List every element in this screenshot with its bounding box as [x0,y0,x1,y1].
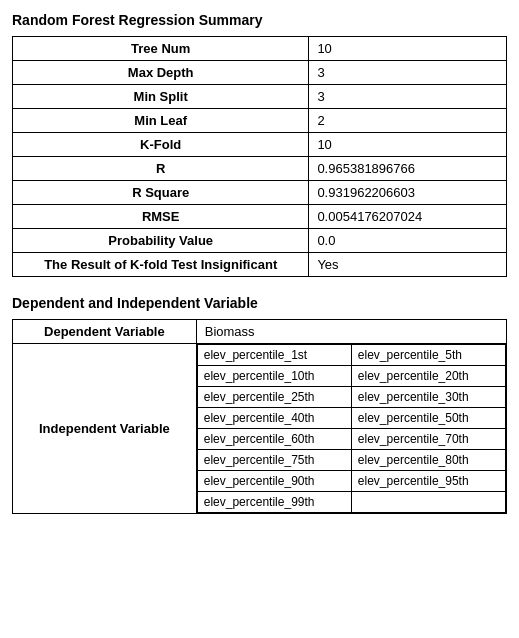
summary-row: Probability Value 0.0 [13,229,507,253]
summary-row-value: 2 [309,109,507,133]
summary-row-value: 0.965381896766 [309,157,507,181]
independent-vars-table: elev_percentile_1stelev_percentile_5thel… [197,344,506,513]
summary-row-label: R Square [13,181,309,205]
summary-row-value: 10 [309,37,507,61]
summary-row-label: Min Leaf [13,109,309,133]
summary-row-label: RMSE [13,205,309,229]
summary-row-label: The Result of K-fold Test Insignificant [13,253,309,277]
indep-var-row: elev_percentile_1stelev_percentile_5th [197,345,505,366]
indep-var-cell: elev_percentile_30th [351,387,505,408]
indep-var-cell: elev_percentile_25th [197,387,351,408]
dependent-row: Dependent Variable Biomass [13,320,507,344]
indep-var-row: elev_percentile_90thelev_percentile_95th [197,471,505,492]
summary-row-value: Yes [309,253,507,277]
summary-row: Min Leaf 2 [13,109,507,133]
indep-var-cell: elev_percentile_99th [197,492,351,513]
indep-var-cell: elev_percentile_75th [197,450,351,471]
indep-var-cell: elev_percentile_80th [351,450,505,471]
independent-row: Independent Variableelev_percentile_1ste… [13,344,507,514]
summary-table: Tree Num 10 Max Depth 3 Min Split 3 Min … [12,36,507,277]
summary-row-value: 3 [309,85,507,109]
indep-var-cell: elev_percentile_10th [197,366,351,387]
summary-row-label: Min Split [13,85,309,109]
indep-var-row: elev_percentile_40thelev_percentile_50th [197,408,505,429]
summary-row-label: Max Depth [13,61,309,85]
variables-title: Dependent and Independent Variable [12,295,507,311]
summary-row-value: 0.0 [309,229,507,253]
indep-var-row: elev_percentile_60thelev_percentile_70th [197,429,505,450]
summary-row: Max Depth 3 [13,61,507,85]
summary-row: RMSE 0.0054176207024 [13,205,507,229]
variables-table: Dependent Variable Biomass Independent V… [12,319,507,514]
indep-var-cell: elev_percentile_5th [351,345,505,366]
independent-label: Independent Variable [13,344,197,514]
summary-row: R 0.965381896766 [13,157,507,181]
variables-section: Dependent and Independent Variable Depen… [12,295,507,514]
summary-row: Min Split 3 [13,85,507,109]
indep-var-cell: elev_percentile_20th [351,366,505,387]
indep-var-cell: elev_percentile_40th [197,408,351,429]
indep-var-row: elev_percentile_25thelev_percentile_30th [197,387,505,408]
summary-row-value: 0.931962206603 [309,181,507,205]
indep-var-cell: elev_percentile_70th [351,429,505,450]
indep-var-cell: elev_percentile_50th [351,408,505,429]
indep-var-cell: elev_percentile_95th [351,471,505,492]
summary-row-value: 0.0054176207024 [309,205,507,229]
summary-row: Tree Num 10 [13,37,507,61]
summary-row-label: Tree Num [13,37,309,61]
summary-row-label: R [13,157,309,181]
summary-row-label: Probability Value [13,229,309,253]
summary-section: Random Forest Regression Summary Tree Nu… [12,12,507,277]
indep-var-cell: elev_percentile_60th [197,429,351,450]
indep-var-row: elev_percentile_10thelev_percentile_20th [197,366,505,387]
summary-row: K-Fold 10 [13,133,507,157]
dependent-label: Dependent Variable [13,320,197,344]
independent-vars-cell: elev_percentile_1stelev_percentile_5thel… [196,344,506,514]
dependent-value: Biomass [196,320,506,344]
indep-var-cell: elev_percentile_1st [197,345,351,366]
indep-var-cell [351,492,505,513]
summary-title: Random Forest Regression Summary [12,12,507,28]
indep-var-row: elev_percentile_99th [197,492,505,513]
summary-row-label: K-Fold [13,133,309,157]
summary-row-value: 3 [309,61,507,85]
indep-var-cell: elev_percentile_90th [197,471,351,492]
indep-var-row: elev_percentile_75thelev_percentile_80th [197,450,505,471]
summary-row: The Result of K-fold Test Insignificant … [13,253,507,277]
summary-row-value: 10 [309,133,507,157]
summary-row: R Square 0.931962206603 [13,181,507,205]
